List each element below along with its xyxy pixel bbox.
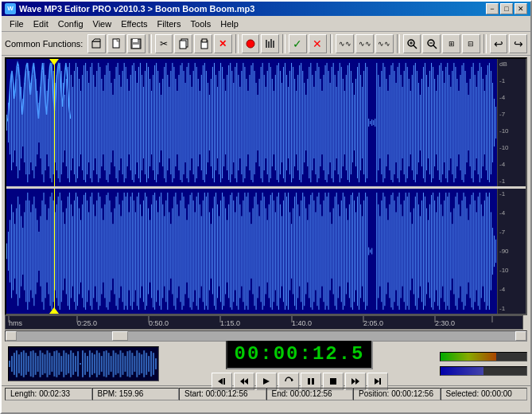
svg-rect-417 <box>130 197 131 306</box>
svg-rect-386 <box>368 248 369 256</box>
wave-btn-3[interactable]: ∿∿ <box>375 34 394 53</box>
paste-button[interactable] <box>194 34 212 53</box>
cancel-button[interactable]: ✕ <box>309 34 327 53</box>
maximize-button[interactable]: □ <box>500 3 513 14</box>
svg-rect-300 <box>452 71 452 174</box>
svg-rect-393 <box>90 197 91 306</box>
svg-rect-390 <box>449 193 449 310</box>
svg-rect-652 <box>35 353 37 375</box>
svg-rect-220 <box>324 75 324 170</box>
svg-rect-23 <box>6 115 7 131</box>
svg-rect-579 <box>407 197 408 306</box>
svg-rect-669 <box>75 356 76 372</box>
copy-button[interactable] <box>174 34 192 53</box>
svg-rect-498 <box>266 209 266 295</box>
svg-rect-425 <box>143 201 144 303</box>
svg-rect-124 <box>169 87 169 158</box>
svg-rect-469 <box>217 205 218 299</box>
svg-rect-257 <box>382 63 383 182</box>
zoom-sel-button[interactable]: ⊟ <box>462 34 480 53</box>
timeline-ticks <box>6 316 522 330</box>
menu-file[interactable]: File <box>5 18 29 30</box>
title-bar: W Wave MP3 Editor PRO v2010.3 > Boom Boo… <box>2 2 530 16</box>
waveform-bottom-channel[interactable]: -1 -4 -7 -90 -10 -4 -1 <box>6 186 526 314</box>
svg-rect-138 <box>192 87 192 158</box>
svg-rect-77 <box>93 75 94 170</box>
svg-rect-440 <box>169 212 169 290</box>
svg-rect-526 <box>312 193 313 310</box>
menu-view[interactable]: View <box>88 18 117 30</box>
zoom-out-button[interactable] <box>422 34 441 53</box>
cut-button[interactable]: ✂ <box>155 34 173 53</box>
svg-rect-268 <box>401 75 402 170</box>
svg-rect-466 <box>212 209 213 295</box>
record-button[interactable] <box>242 34 260 53</box>
svg-rect-199 <box>289 71 290 174</box>
svg-rect-596 <box>436 212 437 290</box>
redo-button[interactable]: ↪ <box>509 34 527 53</box>
svg-rect-597 <box>437 197 438 306</box>
svg-rect-601 <box>444 201 445 303</box>
minimize-button[interactable]: − <box>486 3 499 14</box>
svg-rect-233 <box>344 91 345 154</box>
svg-rect-225 <box>332 67 332 178</box>
check-button[interactable]: ✓ <box>289 34 307 53</box>
menu-filters[interactable]: Filters <box>153 18 186 30</box>
svg-rect-247 <box>367 67 367 178</box>
scroll-left-button[interactable] <box>6 331 17 341</box>
svg-rect-676 <box>91 353 93 375</box>
zoom-fit-button[interactable]: ⊞ <box>442 34 460 53</box>
save-button[interactable] <box>127 34 146 53</box>
scroll-track[interactable] <box>17 331 515 341</box>
svg-rect-672 <box>82 350 83 377</box>
delete-button[interactable]: ✕ <box>214 34 232 53</box>
scroll-thumb[interactable] <box>112 331 128 341</box>
svg-rect-88 <box>111 83 111 162</box>
new-button[interactable] <box>107 34 126 53</box>
svg-rect-520 <box>302 193 303 310</box>
svg-rect-427 <box>146 197 147 306</box>
svg-rect-335 <box>16 209 17 295</box>
svg-rect-296 <box>445 67 446 178</box>
wave-btn-1[interactable]: ∿∿ <box>336 34 354 53</box>
svg-rect-297 <box>447 63 448 182</box>
svg-rect-616 <box>470 205 471 299</box>
svg-rect-337 <box>19 205 20 299</box>
svg-rect-593 <box>431 195 432 307</box>
wave-btn-2[interactable]: ∿∿ <box>355 34 374 53</box>
svg-rect-554 <box>359 193 359 310</box>
undo-button[interactable]: ↩ <box>490 34 508 53</box>
svg-rect-620 <box>476 212 477 290</box>
menu-effects[interactable]: Effects <box>116 18 152 30</box>
open-button[interactable] <box>87 34 106 53</box>
menu-tools[interactable]: Tools <box>186 18 216 30</box>
svg-rect-214 <box>313 87 314 158</box>
svg-rect-519 <box>301 201 301 303</box>
svg-rect-668 <box>72 353 74 375</box>
svg-rect-232 <box>343 79 344 166</box>
svg-rect-606 <box>453 209 454 295</box>
svg-rect-650 <box>30 351 32 377</box>
svg-rect-117 <box>157 71 158 174</box>
svg-rect-438 <box>164 216 165 286</box>
scroll-right-button[interactable] <box>515 331 526 341</box>
horizontal-scrollbar[interactable] <box>5 330 527 342</box>
svg-rect-28 <box>14 95 15 150</box>
menu-config[interactable]: Config <box>53 18 88 30</box>
svg-rect-557 <box>363 201 364 303</box>
close-button[interactable]: ✕ <box>515 3 527 14</box>
svg-rect-331 <box>10 220 10 283</box>
menu-edit[interactable]: Edit <box>29 18 53 30</box>
svg-rect-254 <box>378 75 379 170</box>
svg-rect-434 <box>157 212 158 290</box>
level-button[interactable] <box>261 34 279 53</box>
time-display: 00:00:12.5 <box>226 338 372 369</box>
svg-rect-51 <box>52 63 52 182</box>
app-icon: W <box>5 3 16 14</box>
waveform-top-channel[interactable]: dB -1 -4 -7 -10 -10 -4 -1 <box>6 59 526 186</box>
zoom-in-button[interactable] <box>403 34 421 53</box>
svg-rect-197 <box>286 75 287 170</box>
menu-help[interactable]: Help <box>216 18 243 30</box>
svg-rect-580 <box>410 212 411 290</box>
svg-rect-692 <box>129 350 130 377</box>
